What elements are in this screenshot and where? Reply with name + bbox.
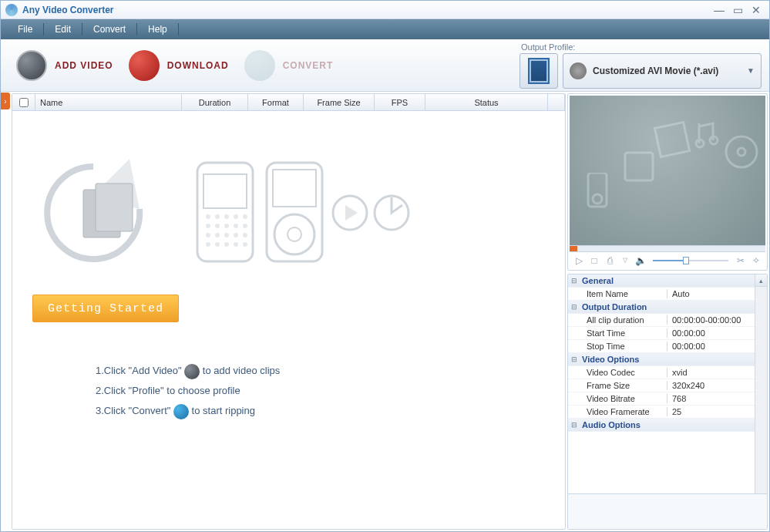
- convert-button[interactable]: Convert: [237, 47, 341, 84]
- close-button[interactable]: ✕: [748, 4, 765, 16]
- output-profile-area: Output Profile: Customized AVI Movie (*.…: [519, 42, 762, 89]
- toolbar: Add Video Download Convert Output Profil…: [1, 39, 769, 92]
- svg-point-22: [234, 242, 238, 247]
- menu-edit[interactable]: Edit: [44, 22, 82, 37]
- col-fps[interactable]: FPS: [375, 94, 425, 110]
- col-tail: [548, 94, 565, 110]
- scroll-up-icon[interactable]: ▴: [755, 274, 767, 287]
- group-output-duration[interactable]: ⊟Output Duration: [568, 301, 755, 314]
- menu-file[interactable]: File: [7, 22, 43, 37]
- convert-icon: [173, 404, 189, 419]
- titlebar: Any Video Converter — ▭ ✕: [1, 1, 769, 19]
- svg-point-17: [234, 233, 238, 237]
- download-icon: [129, 50, 160, 81]
- svg-rect-24: [267, 163, 322, 261]
- column-header: Name Duration Format Frame Size FPS Stat…: [12, 94, 565, 111]
- right-pane: ▷ □ ⎙ ▽ 🔈 ✂ ✧ ⊟General Item NameAuto ⊟Ou…: [567, 93, 768, 530]
- svg-point-11: [224, 224, 229, 228]
- settings-icon[interactable]: ✧: [750, 254, 762, 267]
- stop-icon[interactable]: □: [588, 254, 600, 267]
- prop-stop-time[interactable]: Stop Time00:00:00: [568, 340, 755, 353]
- preview-canvas: [570, 96, 765, 245]
- menubar: File Edit Convert Help: [1, 19, 769, 39]
- group-audio-options[interactable]: ⊟Audio Options: [568, 419, 755, 432]
- prop-video-bitrate[interactable]: Video Bitrate768: [568, 392, 755, 406]
- film-reel-icon: [16, 50, 47, 81]
- app-icon: [5, 4, 18, 16]
- select-all-checkbox[interactable]: [19, 98, 29, 107]
- col-status[interactable]: Status: [425, 94, 548, 110]
- svg-point-5: [215, 214, 220, 219]
- prop-video-codec[interactable]: Video Codecxvid: [568, 366, 755, 379]
- svg-point-35: [738, 148, 745, 156]
- svg-point-16: [224, 233, 229, 237]
- svg-point-7: [234, 214, 238, 219]
- svg-rect-30: [588, 173, 607, 207]
- maximize-button[interactable]: ▭: [729, 4, 746, 16]
- download-label: Download: [167, 60, 229, 71]
- svg-point-8: [243, 214, 247, 219]
- snapshot-icon[interactable]: ⎙: [604, 254, 616, 267]
- minimize-button[interactable]: —: [711, 4, 728, 16]
- group-video-options[interactable]: ⊟Video Options: [568, 353, 755, 366]
- col-checkbox[interactable]: [12, 94, 35, 110]
- prop-all-clip[interactable]: All clip duration00:00:00-00:00:00: [568, 314, 755, 327]
- convert-label: Convert: [283, 60, 334, 71]
- download-button[interactable]: Download: [121, 47, 237, 84]
- add-video-label: Add Video: [55, 60, 113, 71]
- svg-point-20: [215, 242, 220, 247]
- profile-format-button[interactable]: [519, 53, 558, 89]
- svg-point-6: [224, 214, 229, 219]
- svg-rect-3: [203, 174, 247, 208]
- svg-point-31: [593, 194, 602, 204]
- property-description: [568, 493, 767, 529]
- prop-frame-size[interactable]: Frame Size320x240: [568, 379, 755, 392]
- expand-left-panel[interactable]: ›: [1, 93, 10, 109]
- prop-start-time[interactable]: Start Time00:00:00: [568, 327, 755, 340]
- getting-started-button[interactable]: Getting Started: [32, 295, 179, 322]
- volume-slider[interactable]: [650, 260, 731, 261]
- preview-progress[interactable]: [570, 245, 765, 251]
- output-profile-select[interactable]: Customized AVI Movie (*.avi) ▼: [563, 53, 762, 89]
- preview-controls: ▷ □ ⎙ ▽ 🔈 ✂ ✧: [570, 251, 765, 268]
- col-name[interactable]: Name: [35, 94, 182, 110]
- col-format[interactable]: Format: [248, 94, 304, 110]
- prop-video-framerate[interactable]: Video Framerate25: [568, 406, 755, 419]
- menu-convert[interactable]: Convert: [82, 22, 136, 37]
- chevron-down-icon: ▼: [747, 66, 755, 75]
- illustration-area: Getting Started: [12, 111, 565, 330]
- preview-box: ▷ □ ⎙ ▽ 🔈 ✂ ✧: [567, 93, 768, 271]
- output-profile-value: Customized AVI Movie (*.avi): [593, 66, 747, 76]
- svg-point-4: [206, 214, 210, 219]
- prop-item-name[interactable]: Item NameAuto: [568, 288, 755, 301]
- volume-icon[interactable]: 🔈: [634, 254, 647, 267]
- svg-point-9: [206, 224, 210, 228]
- svg-rect-33: [654, 122, 689, 157]
- group-general[interactable]: ⊟General: [568, 274, 755, 288]
- svg-point-15: [215, 233, 220, 237]
- svg-point-18: [243, 233, 247, 237]
- svg-point-34: [726, 136, 757, 167]
- add-video-button[interactable]: Add Video: [8, 47, 121, 84]
- convert-icon: [244, 50, 275, 81]
- disc-icon: [570, 62, 587, 79]
- svg-rect-32: [625, 153, 653, 180]
- col-duration[interactable]: Duration: [182, 94, 248, 110]
- cut-icon[interactable]: ✂: [735, 254, 747, 267]
- steps-text: 1.Click "Add Video" to add video clips 2…: [12, 330, 565, 421]
- film-reel-icon: [184, 364, 200, 379]
- col-frame-size[interactable]: Frame Size: [304, 94, 375, 110]
- output-profile-label: Output Profile:: [521, 42, 575, 52]
- svg-rect-1: [96, 184, 133, 231]
- svg-point-10: [215, 224, 220, 228]
- chevron-down-icon[interactable]: ▽: [619, 254, 631, 267]
- svg-point-13: [243, 224, 247, 228]
- svg-point-26: [274, 214, 314, 254]
- svg-point-14: [206, 233, 210, 237]
- svg-point-12: [234, 224, 238, 228]
- properties-scrollbar[interactable]: ▴: [755, 274, 767, 493]
- play-icon[interactable]: ▷: [573, 254, 585, 267]
- svg-point-27: [287, 227, 301, 241]
- properties-panel: ⊟General Item NameAuto ⊟Output Duration …: [567, 274, 768, 530]
- menu-help[interactable]: Help: [137, 22, 178, 37]
